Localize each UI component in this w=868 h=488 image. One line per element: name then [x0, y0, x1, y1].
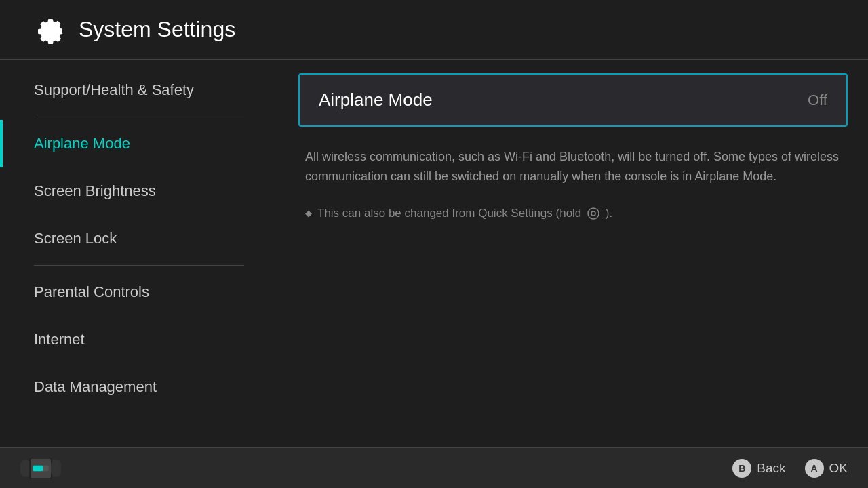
ok-label: OK — [829, 461, 848, 476]
sidebar-item-parental-controls[interactable]: Parental Controls — [0, 268, 278, 316]
console-icon — [20, 458, 61, 479]
svg-rect-3 — [22, 460, 29, 476]
footer: B Back A OK — [0, 447, 868, 488]
footer-left — [20, 458, 61, 479]
sidebar-item-screen-brightness[interactable]: Screen Brightness — [0, 167, 278, 215]
svg-rect-7 — [53, 460, 60, 476]
back-label: Back — [757, 461, 785, 476]
setting-description: All wireless communication, such as Wi-F… — [298, 140, 848, 193]
setting-title: Airplane Mode — [319, 89, 433, 110]
back-button[interactable]: B Back — [732, 459, 785, 478]
page-title: System Settings — [79, 17, 235, 42]
airplane-mode-card[interactable]: Airplane Mode Off — [298, 73, 848, 127]
svg-point-0 — [588, 208, 599, 219]
setting-hint: ◆ This can also be changed from Quick Se… — [298, 204, 848, 224]
settings-gear-icon — [34, 14, 66, 46]
header: System Settings — [0, 0, 868, 60]
footer-right: B Back A OK — [732, 459, 848, 478]
sidebar-item-support-health-safety[interactable]: Support/Health & Safety — [0, 66, 278, 114]
sidebar-item-internet[interactable]: Internet — [0, 316, 278, 363]
svg-rect-9 — [33, 465, 43, 470]
sidebar-divider-1 — [34, 117, 244, 117]
sidebar: Support/Health & Safety Airplane Mode Sc… — [0, 60, 278, 447]
main-content: Support/Health & Safety Airplane Mode Sc… — [0, 60, 868, 447]
setting-value: Off — [808, 92, 827, 109]
sidebar-divider-2 — [34, 265, 244, 266]
sidebar-item-screen-lock[interactable]: Screen Lock — [0, 215, 278, 262]
sidebar-item-data-management[interactable]: Data Management — [0, 363, 278, 411]
diamond-icon: ◆ — [305, 208, 312, 218]
home-button-icon — [587, 207, 600, 220]
content-area: Airplane Mode Off All wireless communica… — [278, 60, 868, 447]
sidebar-item-airplane-mode[interactable]: Airplane Mode — [0, 120, 278, 167]
svg-point-1 — [591, 211, 595, 216]
a-button-icon: A — [805, 459, 824, 478]
ok-button[interactable]: A OK — [805, 459, 848, 478]
b-button-icon: B — [732, 459, 751, 478]
hint-text: This can also be changed from Quick Sett… — [317, 207, 612, 221]
